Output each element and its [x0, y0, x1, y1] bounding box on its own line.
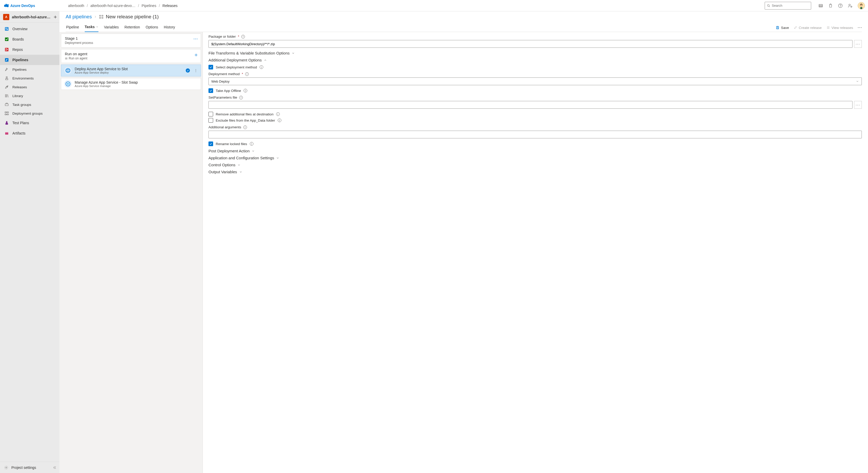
breadcrumb-sep: / [138, 4, 139, 8]
take-app-offline-checkbox[interactable] [209, 88, 213, 93]
sidebar-item-boards[interactable]: Boards [0, 34, 59, 44]
section-post-deploy[interactable]: Post Deployment Action [209, 149, 862, 153]
select-deploy-method-checkbox[interactable] [209, 65, 213, 69]
sidebar-item-label: Repos [12, 47, 23, 52]
remove-additional-checkbox[interactable] [209, 112, 213, 116]
rename-locked-checkbox[interactable] [209, 141, 213, 146]
tab-history[interactable]: History [164, 23, 175, 32]
browse-package-button[interactable]: ··· [854, 40, 862, 48]
add-project-icon[interactable] [53, 15, 57, 19]
save-button[interactable]: Save [776, 26, 789, 30]
task-subtitle: Azure App Service manage [75, 85, 197, 88]
search-box[interactable] [765, 2, 811, 9]
chevron-up-icon [264, 59, 267, 62]
info-icon[interactable]: i [276, 112, 280, 116]
breadcrumb-item[interactable]: Releases [162, 4, 178, 8]
package-input[interactable] [209, 40, 852, 48]
stage-more-icon[interactable]: ··· [193, 37, 198, 41]
sidebar-item-artifacts[interactable]: Artifacts [0, 128, 59, 138]
required-indicator: * [242, 72, 243, 76]
tab-retention[interactable]: Retention [125, 23, 140, 32]
shopping-bag-icon[interactable] [828, 3, 833, 8]
svg-rect-40 [7, 114, 8, 115]
task-drag-handle-icon[interactable]: ⋮ [194, 68, 197, 73]
info-icon[interactable]: i [244, 89, 247, 93]
library-icon [4, 94, 9, 98]
sidebar-item-overview[interactable]: Overview [0, 24, 59, 34]
help-icon[interactable] [838, 3, 843, 8]
breadcrumb-item[interactable]: alterbooth [68, 4, 84, 8]
collapse-sidebar-icon[interactable] [53, 466, 57, 470]
task-deploy-appservice[interactable]: Deploy Azure App Service to Slot Azure A… [61, 65, 201, 76]
section-control-options[interactable]: Control Options [209, 163, 862, 167]
agent-title: Run on agent [65, 52, 197, 56]
sidebar-sub-deploygroups[interactable]: Deployment groups [0, 109, 59, 118]
take-app-offline-label: Take App Offline [216, 89, 241, 93]
browse-setparams-button[interactable]: ··· [854, 101, 862, 109]
inbox-icon[interactable] [818, 3, 823, 8]
svg-rect-19 [6, 29, 7, 30]
sidebar-sub-library[interactable]: Library [0, 91, 59, 100]
tasks-list-pane: Stage 1 Deployment process ··· Run on ag… [59, 32, 203, 473]
rename-locked-label: Rename locked files [216, 142, 247, 146]
svg-point-24 [6, 50, 6, 51]
brand[interactable]: Azure DevOps [4, 3, 35, 8]
sidebar-sub-releases[interactable]: Releases [0, 82, 59, 91]
project-picker[interactable]: A alterbooth-hol-azure… [0, 11, 59, 23]
agent-job-card[interactable]: Run on agent Run on agent [61, 49, 201, 63]
sidebar-sub-pipelines[interactable]: Pipelines [0, 65, 59, 74]
azure-appservice-icon [65, 68, 71, 73]
svg-point-0 [768, 4, 769, 6]
section-app-config[interactable]: Application and Configuration Settings [209, 156, 862, 160]
stage-card[interactable]: Stage 1 Deployment process ··· [61, 34, 201, 47]
environments-icon [4, 76, 9, 80]
svg-rect-48 [100, 17, 101, 18]
sidebar-item-repos[interactable]: Repos [0, 44, 59, 55]
svg-line-1 [769, 6, 770, 7]
search-input[interactable] [772, 4, 809, 7]
chevron-down-icon [856, 80, 859, 83]
project-settings[interactable]: Project settings [0, 462, 59, 473]
remove-additional-label: Remove additional files at destination [216, 112, 274, 116]
additional-args-input[interactable] [209, 131, 862, 138]
breadcrumb-item[interactable]: alterbooth-hol-azure-devo… [90, 4, 135, 8]
add-task-icon[interactable] [194, 53, 198, 57]
task-subtitle: Azure App Service deploy [75, 71, 183, 74]
sidebar-sub-taskgroups[interactable]: Task groups [0, 100, 59, 109]
more-actions-button[interactable]: ··· [858, 26, 862, 30]
tab-pipeline[interactable]: Pipeline [66, 23, 79, 32]
check-icon [209, 142, 212, 145]
user-avatar[interactable] [858, 2, 865, 9]
info-icon[interactable]: i [239, 96, 243, 99]
tab-options[interactable]: Options [146, 23, 158, 32]
sidebar-sub-environments[interactable]: Environments [0, 74, 59, 82]
user-settings-icon[interactable] [848, 3, 852, 8]
section-additional-deploy[interactable]: Additional Deployment Options [209, 58, 862, 62]
info-icon[interactable]: i [245, 72, 249, 76]
info-icon[interactable]: i [278, 119, 281, 122]
sidebar-item-testplans[interactable]: Test Plans [0, 118, 59, 128]
section-output-vars[interactable]: Output Variables [209, 170, 862, 174]
setparams-input[interactable] [209, 101, 852, 109]
svg-point-23 [6, 48, 6, 49]
sidebar: A alterbooth-hol-azure… Overview Boards … [0, 11, 59, 473]
tab-variables[interactable]: Variables [104, 23, 119, 32]
breadcrumb-item[interactable]: Pipelines [142, 4, 156, 8]
info-icon[interactable]: i [241, 35, 245, 38]
exclude-appdata-checkbox[interactable] [209, 118, 213, 123]
task-manage-appservice[interactable]: Manage Azure App Service - Slot Swap Azu… [61, 78, 201, 90]
tab-tasks[interactable]: Tasks [85, 23, 98, 32]
section-file-transforms[interactable]: File Transforms & Variable Substitution … [209, 51, 862, 55]
setparams-label: SetParameters file [209, 96, 237, 99]
svg-point-45 [6, 467, 7, 468]
info-icon[interactable]: i [250, 142, 253, 146]
svg-rect-36 [6, 103, 7, 104]
info-icon[interactable]: i [243, 126, 247, 129]
sidebar-item-pipelines[interactable]: Pipelines [0, 55, 59, 65]
svg-rect-39 [5, 114, 6, 115]
all-pipelines-link[interactable]: All pipelines [66, 14, 92, 20]
chevron-down-icon [292, 52, 295, 55]
info-icon[interactable]: i [259, 65, 263, 69]
deployment-method-select[interactable]: Web Deploy [209, 77, 862, 85]
svg-point-12 [860, 4, 862, 6]
